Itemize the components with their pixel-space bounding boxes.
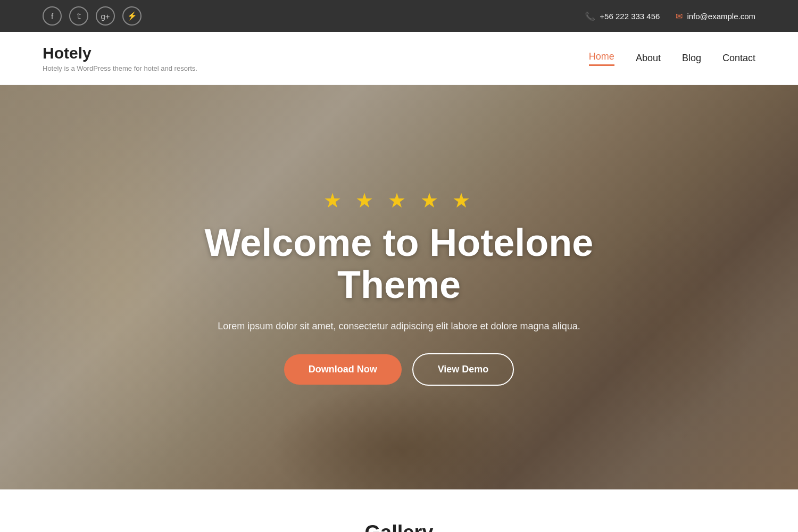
facebook-icon[interactable]: f — [43, 6, 62, 26]
email-contact: ✉ info@example.com — [676, 11, 755, 21]
email-address: info@example.com — [687, 12, 755, 21]
nav-about[interactable]: About — [636, 53, 661, 64]
hero-title: Welcome to Hotelone Theme — [181, 222, 617, 306]
hero-description: Lorem ipsum dolor sit amet, consectetur … — [181, 319, 617, 334]
thunder-icon[interactable]: ⚡ — [122, 6, 142, 26]
main-nav: Home About Blog Contact — [589, 51, 755, 66]
logo: Hotely Hotely is a WordPress theme for h… — [43, 44, 197, 72]
google-plus-icon[interactable]: g+ — [96, 6, 115, 26]
twitter-icon[interactable]: 𝕥 — [69, 6, 88, 26]
phone-contact: 📞 +56 222 333 456 — [585, 11, 660, 21]
top-bar: f 𝕥 g+ ⚡ 📞 +56 222 333 456 ✉ info@exampl… — [0, 0, 798, 32]
phone-number: +56 222 333 456 — [600, 12, 660, 21]
social-icons: f 𝕥 g+ ⚡ — [43, 6, 142, 26]
star-rating: ★ ★ ★ ★ ★ — [181, 189, 617, 212]
hero-buttons: Download Now View Demo — [181, 353, 617, 386]
logo-title: Hotely — [43, 44, 197, 62]
gallery-section: Gallery — [0, 489, 798, 532]
download-now-button[interactable]: Download Now — [284, 354, 402, 385]
gallery-title: Gallery — [43, 521, 755, 532]
nav-blog[interactable]: Blog — [682, 53, 701, 64]
nav-home[interactable]: Home — [589, 51, 614, 66]
header: Hotely Hotely is a WordPress theme for h… — [0, 32, 798, 85]
view-demo-button[interactable]: View Demo — [412, 353, 514, 386]
phone-icon: 📞 — [585, 11, 595, 21]
hero-content: ★ ★ ★ ★ ★ Welcome to Hotelone Theme Lore… — [160, 189, 638, 386]
contact-info: 📞 +56 222 333 456 ✉ info@example.com — [585, 11, 755, 21]
email-icon: ✉ — [676, 11, 683, 21]
logo-subtitle: Hotely is a WordPress theme for hotel an… — [43, 64, 197, 72]
hero-section: ★ ★ ★ ★ ★ Welcome to Hotelone Theme Lore… — [0, 85, 798, 489]
nav-contact[interactable]: Contact — [722, 53, 755, 64]
